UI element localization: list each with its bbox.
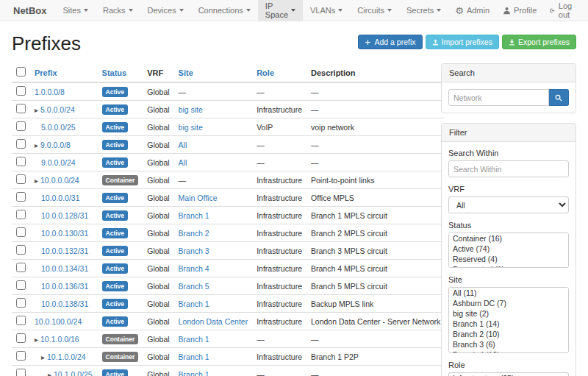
search-within-input[interactable] [448,160,569,177]
row-checkbox[interactable] [16,245,26,255]
row-checkbox[interactable] [16,86,26,96]
column-header-site[interactable]: Site [179,68,193,77]
listbox-option[interactable]: Deprecated (1) [449,264,568,268]
listbox-option[interactable]: Reserved (4) [449,254,568,264]
table-row: 10.0.0.134/31ActiveGlobalBranch 4Infrast… [12,260,445,277]
filter-panel: Filter Search Within VRF All Status Cont… [441,123,576,376]
prefix-link[interactable]: 9.0.0.0/24 [41,158,76,167]
site-link[interactable]: big site [179,123,203,132]
search-input[interactable] [448,89,549,106]
import-prefixes-button[interactable]: Import prefixes [426,35,499,49]
nav-item-vlans[interactable]: VLANs [303,0,350,21]
vrf-cell: Global [143,82,173,101]
nav-item-sites[interactable]: Sites [56,0,96,21]
column-header-status[interactable]: Status [102,68,127,77]
add-prefix-button[interactable]: Add a prefix [358,35,422,49]
listbox-option[interactable]: Container (16) [449,233,568,244]
brand[interactable]: NetBox [4,0,56,21]
navbar: NetBox SitesRacksDevicesConnectionsIP Sp… [0,0,588,21]
row-checkbox[interactable] [16,263,26,272]
role-cell: Infrastructure [252,189,306,207]
logout-link[interactable]: Log out [543,0,584,21]
listbox-option[interactable]: Infrastructure (25) [449,373,568,376]
role-listbox[interactable]: Infrastructure (25)Management (8)Private… [448,372,569,376]
nav-item-circuits[interactable]: Circuits [350,0,399,21]
search-button[interactable] [549,89,569,106]
listbox-option[interactable]: Branch 4 (12) [449,350,568,353]
site-listbox[interactable]: All (11)Ashburn DC (7)big site (2)Branch… [448,287,569,353]
site-link[interactable]: Branch 1 [179,352,209,361]
prefix-link[interactable]: 10.0.0.136/31 [41,282,88,291]
prefix-link[interactable]: 10.1.0.0/25 [54,370,93,376]
prefix-link[interactable]: 10.0.0.128/31 [41,211,88,220]
prefix-link[interactable]: 1.0.0.0/8 [35,88,65,96]
row-checkbox[interactable] [16,157,26,166]
row-checkbox[interactable] [16,316,26,325]
listbox-option[interactable]: big site (2) [449,308,568,319]
role-cell: — [252,154,306,171]
listbox-option[interactable]: All (11) [449,288,568,298]
prefix-link[interactable]: 5.0.0.0/24 [40,105,75,114]
row-checkbox[interactable] [16,192,26,202]
status-listbox[interactable]: Container (16)Active (74)Reserved (4)Dep… [448,233,569,268]
row-checkbox[interactable] [16,333,26,343]
table-row: ▸10.0.0.0/24ContainerGlobal—Infrastructu… [12,171,445,189]
export-prefixes-button[interactable]: Export prefixes [502,35,576,49]
row-checkbox[interactable] [16,298,26,308]
nav-item-devices[interactable]: Devices [140,0,191,21]
row-checkbox[interactable] [16,139,26,149]
prefix-link[interactable]: 10.1.0.0/24 [47,352,86,361]
prefix-link[interactable]: 9.0.0.0/8 [40,141,71,149]
row-checkbox[interactable] [16,121,26,131]
nav-item-ip-space[interactable]: IP Space [258,0,303,21]
row-checkbox[interactable] [16,369,26,376]
site-link[interactable]: Branch 1 [179,299,209,308]
nav-item-connections[interactable]: Connections [191,0,258,21]
site-link[interactable]: Branch 5 [179,282,209,291]
prefix-link[interactable]: 10.1.0.0/16 [40,335,79,344]
row-checkbox[interactable] [16,104,26,113]
listbox-option[interactable]: Branch 3 (6) [449,339,568,350]
row-checkbox[interactable] [16,227,26,237]
site-link[interactable]: Branch 4 [179,264,209,273]
site-link[interactable]: All [179,158,187,167]
listbox-option[interactable]: Branch 2 (10) [449,329,568,339]
row-checkbox[interactable] [16,174,26,184]
row-checkbox[interactable] [16,210,26,219]
prefix-link[interactable]: 10.0.0.0/31 [41,194,80,202]
site-link[interactable]: big site [179,105,203,114]
listbox-option[interactable]: Ashburn DC (7) [449,298,568,308]
prefix-link[interactable]: 10.0.0.134/31 [41,264,88,273]
prefix-link[interactable]: 10.0.0.130/31 [41,229,88,238]
search-panel-title: Search [442,64,576,82]
listbox-option[interactable]: Branch 1 (14) [449,319,568,329]
select-all-checkbox[interactable] [16,67,26,77]
nav-item-racks[interactable]: Racks [96,0,140,21]
description-cell: Branch 5 MPLS circuit [306,277,445,295]
row-checkbox[interactable] [16,280,26,290]
listbox-option[interactable]: Active (74) [449,244,568,254]
table-row: 9.0.0.0/24ActiveGlobalAll—— [12,154,445,171]
admin-link[interactable]: ⚙ Admin [448,0,496,21]
site-link[interactable]: Branch 1 [179,335,209,344]
prefix-link[interactable]: 5.0.0.0/25 [41,123,76,132]
site-link[interactable]: Main Office [179,194,218,202]
prefix-link[interactable]: 10.0.0.138/31 [41,299,88,308]
site-link[interactable]: London Data Center [179,317,248,326]
vrf-cell: Global [143,154,173,171]
vrf-select[interactable]: All [448,196,569,213]
column-header-prefix[interactable]: Prefix [35,68,57,77]
profile-link[interactable]: Profile [496,0,543,21]
site-link[interactable]: All [179,141,187,149]
prefix-link[interactable]: 10.0.0.0/24 [40,176,79,185]
site-link[interactable]: Branch 2 [179,229,209,238]
column-header-role[interactable]: Role [257,68,274,77]
site-link[interactable]: Branch 3 [179,246,209,255]
prefix-link[interactable]: 10.0.0.132/31 [41,246,88,255]
plus-icon [365,39,371,46]
prefix-link[interactable]: 10.0.100.0/24 [35,317,82,326]
site-link[interactable]: Branch 1 [179,211,209,220]
site-link[interactable]: Branch 1 [179,370,209,376]
row-checkbox[interactable] [16,351,26,361]
nav-item-secrets[interactable]: Secrets [399,0,448,21]
